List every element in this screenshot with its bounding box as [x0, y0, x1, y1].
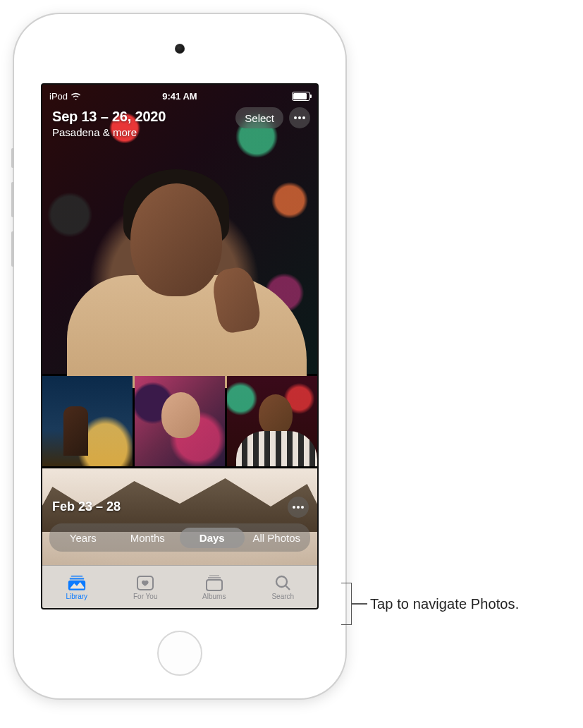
svg-rect-6 — [70, 575, 82, 576]
photo-thumbnail[interactable] — [135, 376, 225, 466]
albums-icon — [204, 574, 224, 591]
svg-point-0 — [294, 116, 297, 119]
tab-library[interactable]: Library — [42, 566, 111, 608]
status-carrier: iPod — [49, 91, 68, 102]
svg-point-13 — [276, 576, 287, 587]
svg-point-4 — [297, 506, 300, 509]
more-button[interactable] — [288, 497, 309, 518]
device-screen: iPod 9:41 AM Sep 13 – 26, 2020 Pasadena … — [41, 83, 319, 609]
svg-point-5 — [301, 506, 304, 509]
segment-days[interactable]: Days — [180, 528, 245, 548]
thumbnail-row — [42, 376, 317, 466]
svg-point-2 — [302, 116, 305, 119]
segment-all-photos[interactable]: All Photos — [245, 528, 309, 548]
view-segmented-control: Years Months Days All Photos — [49, 523, 310, 552]
tab-label: For You — [133, 593, 157, 600]
photo-thumbnail[interactable] — [227, 376, 317, 466]
section-date-range[interactable]: Feb 23 – 28 — [52, 499, 121, 514]
device-camera — [175, 44, 185, 54]
callout-text: Tap to navigate Photos. — [370, 596, 519, 612]
ellipsis-icon — [294, 116, 305, 119]
tab-albums[interactable]: Albums — [180, 566, 249, 608]
tab-label: Search — [271, 593, 294, 600]
search-icon — [273, 574, 293, 591]
callout-annotation: Tap to navigate Photos. — [341, 583, 519, 625]
wifi-icon — [70, 92, 81, 100]
svg-line-14 — [286, 586, 290, 590]
tab-label: Library — [66, 593, 87, 600]
tab-for-you[interactable]: For You — [111, 566, 180, 608]
svg-point-1 — [298, 116, 301, 119]
segment-years[interactable]: Years — [51, 528, 116, 548]
device-frame: iPod 9:41 AM Sep 13 – 26, 2020 Pasadena … — [14, 14, 345, 698]
more-button[interactable] — [289, 107, 310, 128]
for-you-icon — [135, 574, 155, 591]
photo-thumbnail[interactable] — [42, 376, 133, 466]
tab-search[interactable]: Search — [249, 566, 318, 608]
select-button[interactable]: Select — [235, 107, 283, 128]
segment-months[interactable]: Months — [116, 528, 180, 548]
section-photo[interactable]: Feb 23 – 28 Years Months Days All Photos — [42, 468, 317, 566]
svg-rect-7 — [69, 578, 84, 580]
svg-point-3 — [293, 506, 295, 509]
svg-rect-8 — [68, 580, 85, 590]
battery-icon — [292, 92, 310, 101]
hero-photo-subject — [74, 176, 314, 388]
hardware-side-buttons — [11, 148, 14, 281]
status-bar: iPod 9:41 AM — [42, 85, 317, 104]
library-icon — [67, 574, 87, 591]
ellipsis-icon — [293, 506, 304, 509]
home-button[interactable] — [157, 631, 202, 676]
svg-rect-12 — [207, 580, 222, 590]
tab-bar: Library For You — [42, 565, 317, 608]
status-time: 9:41 AM — [162, 91, 197, 102]
tab-label: Albums — [202, 593, 226, 600]
